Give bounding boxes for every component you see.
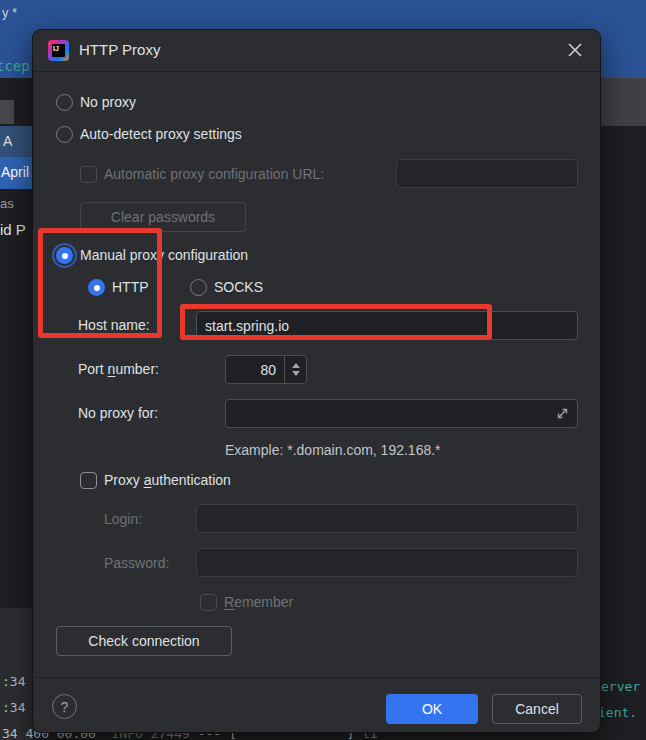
tree-row[interactable]: A (0, 126, 33, 157)
editor-text-fragment: y * (2, 5, 17, 20)
password-label: Password: (104, 555, 169, 571)
proxy-authentication-label: Proxy authentication (104, 472, 231, 488)
radio-http-label: HTTP (112, 279, 149, 295)
footer-separator (33, 677, 600, 678)
intellij-idea-icon: IJ (48, 40, 69, 61)
dialog-title: HTTP Proxy (79, 41, 160, 58)
tree-row[interactable]: as (0, 196, 14, 211)
host-name-label: Host name: (78, 317, 150, 333)
tree-row-selected[interactable]: April (0, 157, 33, 189)
radio-socks[interactable] (190, 279, 207, 296)
radio-no-proxy[interactable] (56, 94, 73, 111)
http-proxy-dialog: IJ HTTP Proxy No proxy Auto-detect proxy… (33, 30, 600, 732)
password-input[interactable] (196, 548, 578, 577)
spinner-arrows[interactable] (284, 356, 306, 383)
auto-url-input[interactable] (396, 159, 578, 188)
editor-text-fragment: tcep (0, 58, 30, 74)
radio-http[interactable] (88, 279, 105, 296)
close-icon[interactable] (566, 41, 584, 59)
ok-button[interactable]: OK (386, 694, 478, 724)
radio-manual-proxy[interactable] (56, 247, 73, 264)
checkbox-proxy-authentication[interactable] (80, 472, 97, 489)
radio-no-proxy-label: No proxy (80, 94, 136, 110)
port-number-stepper (225, 355, 307, 384)
radio-socks-label: SOCKS (214, 279, 263, 295)
ide-screen: y * tcep A April as id P :34 :34 erver i… (0, 0, 646, 740)
cancel-button[interactable]: Cancel (492, 694, 582, 724)
check-connection-button[interactable]: Check connection (56, 626, 232, 656)
spinner-down-icon[interactable] (292, 371, 300, 376)
toolbar-strip (592, 78, 646, 126)
no-proxy-for-input[interactable] (225, 399, 578, 428)
help-button[interactable]: ? (52, 694, 77, 719)
port-number-label: Port number: (78, 361, 159, 377)
console-log-fragment: erver (601, 679, 640, 694)
radio-auto-detect[interactable] (56, 126, 73, 143)
example-hint: Example: *.domain.com, 192.168.* (225, 442, 441, 458)
dialog-titlebar: IJ HTTP Proxy (33, 30, 600, 72)
radio-auto-detect-label: Auto-detect proxy settings (80, 126, 242, 142)
spinner-up-icon[interactable] (292, 363, 300, 368)
login-input[interactable] (196, 504, 578, 533)
remember-label: Remember (224, 594, 293, 610)
radio-manual-proxy-label: Manual proxy configuration (80, 247, 248, 263)
login-label: Login: (104, 511, 142, 527)
no-proxy-for-label: No proxy for: (78, 405, 158, 421)
checkbox-remember[interactable] (200, 594, 217, 611)
console-timestamp: :34 (2, 700, 25, 715)
host-name-input[interactable] (196, 311, 578, 340)
console-timestamp: :34 (2, 674, 25, 689)
auto-url-label: Automatic proxy configuration URL: (104, 166, 324, 182)
tree-row[interactable]: id P (0, 221, 26, 238)
console-log-fragment: ient. (598, 705, 637, 720)
clear-passwords-button[interactable]: Clear passwords (80, 202, 246, 232)
checkbox-auto-url[interactable] (80, 166, 97, 183)
gutter-block (0, 100, 14, 124)
expand-icon[interactable] (555, 406, 570, 421)
